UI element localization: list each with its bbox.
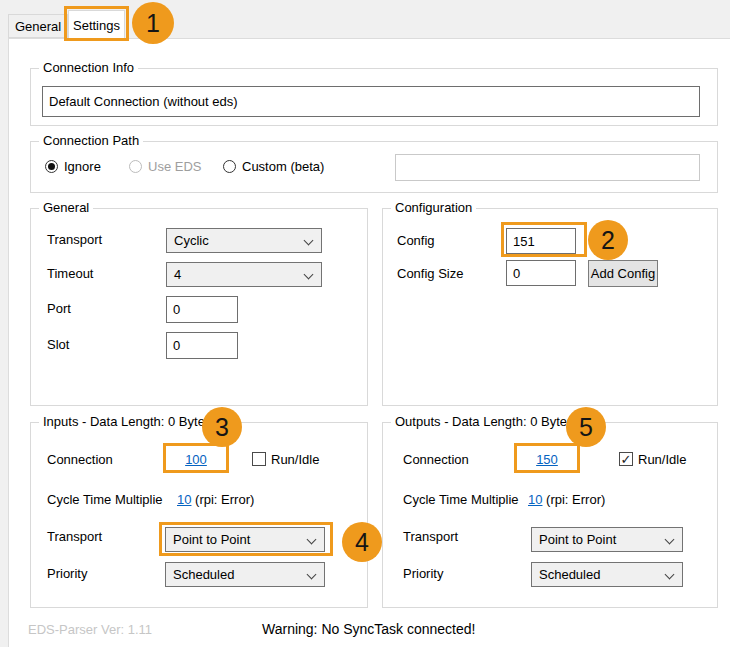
inputs-connection-label: Connection — [47, 452, 113, 467]
radio-ignore-label: Ignore — [64, 159, 101, 174]
outputs-run-idle-label: Run/Idle — [638, 452, 686, 467]
radio-custom[interactable] — [223, 160, 236, 173]
annotation-rect-inputs-transport — [159, 522, 333, 556]
outputs-priority-select[interactable]: Scheduled — [531, 562, 683, 587]
connection-info-value: Default Connection (without eds) — [49, 94, 238, 109]
annotation-rect-outputs-connection — [514, 443, 580, 473]
connection-info-title: Connection Info — [39, 60, 138, 75]
outputs-priority-value: Scheduled — [539, 567, 600, 582]
inputs-transport-label: Transport — [47, 529, 102, 544]
configuration-group-title: Configuration — [391, 200, 476, 215]
outputs-transport-value: Point to Point — [539, 532, 616, 547]
outputs-transport-label: Transport — [403, 529, 458, 544]
inputs-group-title: Inputs - Data Length: 0 Bytes — [39, 414, 215, 429]
outputs-rpi-link[interactable]: 10 — [528, 492, 542, 507]
timeout-select[interactable]: 4 — [166, 262, 322, 287]
inputs-cycle-label: Cycle Time Multiplie — [47, 492, 163, 507]
connection-path-input[interactable] — [395, 154, 700, 181]
radio-use-eds — [129, 160, 142, 173]
config-size-value: 0 — [513, 266, 520, 281]
general-transport-select[interactable]: Cyclic — [166, 228, 322, 253]
connection-info-input[interactable]: Default Connection (without eds) — [42, 86, 700, 117]
annotation-circle-5: 5 — [566, 407, 606, 447]
annotation-circle-4: 4 — [342, 522, 382, 562]
slot-label: Slot — [47, 337, 69, 352]
chevron-down-icon — [304, 236, 314, 246]
annotation-circle-3: 3 — [202, 407, 242, 447]
outputs-transport-select[interactable]: Point to Point — [531, 527, 683, 552]
add-config-button[interactable]: Add Config — [588, 260, 658, 287]
radio-ignore[interactable] — [45, 160, 58, 173]
chevron-down-icon — [665, 535, 675, 545]
chevron-down-icon — [307, 570, 317, 580]
chevron-down-icon — [665, 570, 675, 580]
config-size-label: Config Size — [397, 266, 463, 281]
outputs-run-idle-checkbox[interactable]: ✓ — [619, 452, 633, 466]
general-transport-value: Cyclic — [174, 233, 209, 248]
warning-text: Warning: No SyncTask connected! — [262, 621, 475, 637]
annotation-rect-inputs-connection — [163, 443, 229, 473]
outputs-connection-label: Connection — [403, 452, 469, 467]
port-value: 0 — [173, 302, 180, 317]
annotation-rect-settings-tab — [64, 6, 129, 41]
inputs-cycle-row: 10 (rpi: Error) — [177, 492, 254, 507]
transport-label: Transport — [47, 232, 102, 247]
annotation-circle-2: 2 — [588, 220, 628, 260]
version-text: EDS-Parser Ver: 1.11 — [28, 622, 152, 637]
inputs-priority-select[interactable]: Scheduled — [165, 562, 325, 587]
inputs-rpi-text: (rpi: Error) — [195, 492, 254, 507]
outputs-cycle-row: 10 (rpi: Error) — [528, 492, 605, 507]
connection-path-title: Connection Path — [39, 133, 143, 148]
port-input[interactable]: 0 — [166, 296, 238, 323]
timeout-value: 4 — [174, 267, 181, 282]
inputs-priority-value: Scheduled — [173, 567, 234, 582]
tab-general-label: General — [15, 19, 61, 34]
config-label: Config — [397, 233, 435, 248]
config-size-input[interactable]: 0 — [506, 260, 576, 286]
add-config-button-label: Add Config — [591, 266, 655, 281]
inputs-priority-label: Priority — [47, 566, 87, 581]
slot-value: 0 — [173, 338, 180, 353]
inputs-run-idle-label: Run/Idle — [271, 452, 319, 467]
outputs-priority-label: Priority — [403, 566, 443, 581]
outputs-group-title: Outputs - Data Length: 0 Bytes — [391, 414, 578, 429]
port-label: Port — [47, 301, 71, 316]
general-group-title: General — [39, 200, 93, 215]
tab-general[interactable]: General — [8, 14, 68, 38]
outputs-rpi-text: (rpi: Error) — [546, 492, 605, 507]
annotation-circle-1: 1 — [132, 2, 174, 44]
timeout-label: Timeout — [47, 266, 93, 281]
outputs-cycle-label: Cycle Time Multiplie — [403, 492, 519, 507]
inputs-rpi-link[interactable]: 10 — [177, 492, 191, 507]
chevron-down-icon — [304, 270, 314, 280]
radio-custom-label: Custom (beta) — [242, 159, 324, 174]
annotation-rect-config — [501, 222, 587, 257]
radio-use-eds-label: Use EDS — [148, 159, 201, 174]
slot-input[interactable]: 0 — [166, 332, 238, 359]
inputs-run-idle-checkbox[interactable] — [252, 452, 266, 466]
